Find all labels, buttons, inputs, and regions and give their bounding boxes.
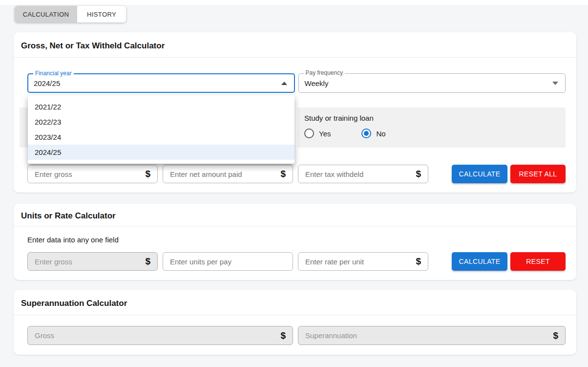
- gross-calculator-title: Gross, Net or Tax Witheld Calculator: [21, 41, 569, 51]
- study-loan-no-option[interactable]: No: [361, 129, 385, 138]
- pay-frequency-select[interactable]: Pay frequency Weekly: [298, 73, 566, 93]
- super-body: $ $: [14, 315, 576, 345]
- financial-year-label: Financial year: [33, 70, 74, 77]
- tab-bar: CALCULATION HISTORY: [15, 6, 126, 22]
- enter-gross-input[interactable]: [28, 165, 145, 183]
- enter-net-input[interactable]: [163, 165, 280, 183]
- divider: [14, 57, 576, 58]
- tab-calculation[interactable]: CALCULATION: [15, 6, 77, 22]
- gross-reset-all-button[interactable]: RESET ALL: [510, 165, 566, 183]
- super-gross-input: [28, 326, 280, 345]
- enter-net-field: $: [163, 165, 293, 183]
- units-gross-field: $: [27, 252, 158, 271]
- selects-row: Financial year 2024/25 Pay frequency Wee…: [27, 73, 566, 93]
- card-header: Gross, Net or Tax Witheld Calculator: [14, 32, 576, 57]
- no-label: No: [376, 130, 385, 138]
- super-calculator-title: Superannuation Calculator: [21, 298, 569, 308]
- radio-checked-icon[interactable]: [361, 129, 371, 138]
- superannuation-input: [298, 326, 553, 345]
- units-hint-text: Enter data into any one field: [27, 236, 566, 244]
- gross-net-tax-calculator-card: Gross, Net or Tax Witheld Calculator Fin…: [14, 32, 576, 193]
- enter-tax-field: $: [298, 165, 428, 183]
- dollar-icon: $: [553, 330, 565, 341]
- pay-frequency-label: Pay frequency: [304, 69, 345, 76]
- menu-item-2024-25[interactable]: 2024/25: [28, 145, 294, 160]
- rate-per-unit-field: $: [298, 252, 428, 271]
- menu-item-2022-23[interactable]: 2022/23: [28, 114, 294, 130]
- financial-year-value: 2024/25: [34, 79, 60, 87]
- menu-item-2021-22[interactable]: 2021/22: [28, 99, 294, 114]
- gross-buttons: CALCULATE RESET ALL: [452, 165, 566, 183]
- tab-history[interactable]: HISTORY: [77, 6, 126, 22]
- card-header: Superannuation Calculator: [14, 290, 576, 315]
- units-body: Enter data into any one field $ $ CALCUL…: [14, 226, 576, 271]
- dollar-icon: $: [280, 169, 293, 179]
- dollar-icon: $: [416, 256, 428, 267]
- units-per-pay-input[interactable]: [163, 253, 293, 270]
- financial-year-dropdown-menu: 2021/22 2022/23 2023/24 2024/25: [28, 95, 294, 164]
- pay-frequency-value: Weekly: [305, 79, 329, 87]
- card-header: Units or Rate Calculator: [14, 204, 576, 226]
- chevron-up-icon: [281, 82, 287, 85]
- financial-year-select[interactable]: Financial year 2024/25: [27, 73, 295, 93]
- enter-gross-field: $: [27, 165, 158, 183]
- chevron-down-icon: [552, 82, 558, 85]
- study-loan-radio-group: Yes No: [304, 129, 559, 138]
- units-buttons: CALCULATE RESET: [452, 252, 566, 271]
- radio-dot: [364, 131, 369, 136]
- study-loan-panel: Study or training loan Yes No: [297, 108, 566, 148]
- yes-label: Yes: [319, 130, 331, 138]
- menu-item-2023-24[interactable]: 2023/24: [28, 130, 294, 145]
- rate-per-unit-input[interactable]: [298, 253, 416, 270]
- superannuation-calculator-card: Superannuation Calculator $ $: [14, 290, 576, 355]
- super-gross-field: $: [27, 326, 293, 345]
- units-inputs-row: $ $ CALCULATE RESET: [27, 252, 566, 271]
- dollar-icon: $: [145, 169, 157, 179]
- units-gross-input: [28, 253, 145, 270]
- units-reset-button[interactable]: RESET: [510, 252, 566, 271]
- superannuation-field: $: [298, 326, 566, 345]
- study-loan-label: Study or training loan: [304, 114, 559, 122]
- study-loan-yes-option[interactable]: Yes: [304, 129, 331, 138]
- top-white-strip: [0, 0, 588, 5]
- super-inputs-row: $ $: [27, 326, 566, 345]
- units-calculator-title: Units or Rate Calculator: [21, 211, 569, 221]
- radio-unchecked-icon[interactable]: [304, 129, 314, 138]
- units-per-pay-field: [163, 252, 293, 271]
- dollar-icon: $: [145, 256, 157, 267]
- enter-tax-input[interactable]: [298, 165, 416, 183]
- gross-calculate-button[interactable]: CALCULATE: [452, 165, 507, 183]
- gross-inputs-row: $ $ $ CALCULATE RESET ALL: [27, 165, 566, 183]
- dollar-icon: $: [416, 169, 428, 179]
- units-rate-calculator-card: Units or Rate Calculator Enter data into…: [14, 204, 576, 280]
- dollar-icon: $: [280, 330, 293, 341]
- units-calculate-button[interactable]: CALCULATE: [452, 252, 507, 271]
